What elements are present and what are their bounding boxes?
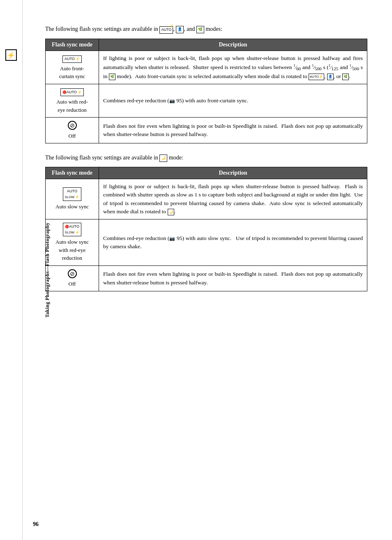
off-label1: Off [50, 132, 95, 140]
auto-slow-sync-icon: AUTOSLOW ⚡ [50, 187, 95, 201]
table-row: 🔴AUTO ⚡ Auto with red-eye reduction Comb… [46, 84, 367, 118]
table-row: ⊘ Off Flash does not fire even when ligh… [46, 265, 367, 291]
table2: Flash sync mode Description AUTOSLOW ⚡ A… [45, 167, 367, 291]
table-row: AUTO ⚡ Auto front-curtain sync If lighti… [46, 51, 367, 84]
auto-front-curtain-label: Auto front-curtain sync [50, 65, 95, 81]
auto-front-curtain-icon: AUTO ⚡ [50, 54, 95, 63]
off-circle-icon1: ⊘ [68, 121, 77, 130]
page-number: 96 [33, 521, 39, 528]
off-label2: Off [50, 280, 95, 288]
auto-redeye-label: Auto with red-eye reduction [50, 98, 95, 114]
table2-col1-header: Flash sync mode [46, 167, 99, 179]
auto-redeye-desc: Combines red-eye reduction (📷 95) with a… [99, 84, 367, 118]
page: ⚡ Taking Photographs—Flash Photography T… [0, 0, 392, 540]
mode-cell-off1: ⊘ Off [46, 118, 99, 143]
off-desc2: Flash does not fire even when lighting i… [99, 265, 367, 291]
auto-mode-icon: AUTO⚡ [159, 25, 173, 34]
mode-cell-auto-front: AUTO ⚡ Auto front-curtain sync [46, 51, 99, 84]
auto-redeye-icon: 🔴AUTO ⚡ [50, 88, 95, 97]
table1-col2-header: Description [99, 39, 367, 51]
sidebar: ⚡ Taking Photographs—Flash Photography [0, 0, 23, 540]
sidebar-label: Taking Photographs—Flash Photography [44, 222, 51, 318]
mode-cell-slow-redeye: 🔴AUTOSLOW ⚡ Auto slow syncwith red-eyere… [46, 219, 99, 266]
main-content: The following flash sync settings are av… [45, 25, 367, 291]
table-row: AUTOSLOW ⚡ Auto slow sync If lighting is… [46, 179, 367, 219]
mode-cell-off2: ⊘ Off [46, 265, 99, 291]
auto-slow-sync-desc: If lighting is poor or subject is back-l… [99, 179, 367, 219]
auto-slow-redeye-desc: Combines red-eye reduction (📷 95) with a… [99, 219, 367, 266]
mode-cell-redeye: 🔴AUTO ⚡ Auto with red-eye reduction [46, 84, 99, 118]
flash-icon: ⚡ [5, 49, 17, 61]
auto-slow-redeye-label: Auto slow syncwith red-eyereduction [50, 238, 95, 262]
auto-slow-redeye-icon: 🔴AUTOSLOW ⚡ [50, 223, 95, 236]
auto-front-curtain-desc: If lighting is poor or subject is back-l… [99, 51, 367, 84]
off-circle-icon2: ⊘ [68, 269, 77, 278]
off-icon1: ⊘ [50, 121, 95, 130]
section1-intro: The following flash sync settings are av… [45, 25, 367, 34]
table-row: ⊘ Off Flash does not fire even when ligh… [46, 118, 367, 143]
off-desc1: Flash does not fire even when lighting i… [99, 118, 367, 143]
table1-col1-header: Flash sync mode [46, 39, 99, 51]
table2-col2-header: Description [99, 167, 367, 179]
off-icon2: ⊘ [50, 269, 95, 278]
table-row: 🔴AUTOSLOW ⚡ Auto slow syncwith red-eyere… [46, 219, 367, 266]
table1: Flash sync mode Description AUTO ⚡ Auto … [45, 39, 367, 143]
auto-slow-sync-label: Auto slow sync [50, 203, 95, 211]
section2-intro: The following flash sync settings are av… [45, 153, 367, 162]
mode-cell-slow-sync: AUTOSLOW ⚡ Auto slow sync [46, 179, 99, 219]
